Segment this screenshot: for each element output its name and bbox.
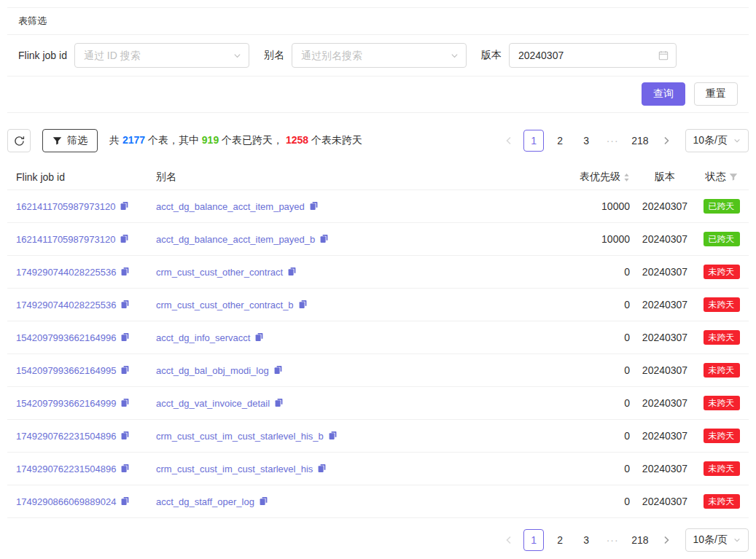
next-page-button[interactable] <box>658 529 675 551</box>
alias-link[interactable]: acct_dg_bal_obj_modi_log <box>156 365 269 376</box>
page-button-1[interactable]: 1 <box>523 529 544 551</box>
flink-job-id-link[interactable]: 1749290866069889024 <box>16 496 116 507</box>
alias-link[interactable]: acct_dg_vat_invoice_detail <box>156 398 270 409</box>
column-filter-funnel-icon[interactable] <box>729 173 738 181</box>
copy-icon[interactable] <box>273 365 283 377</box>
chevron-down-icon <box>733 536 741 544</box>
copy-icon[interactable] <box>309 201 319 213</box>
page-button-2[interactable]: 2 <box>550 130 570 152</box>
copy-icon[interactable] <box>120 201 129 213</box>
priority-value: 0 <box>526 453 636 485</box>
flink-job-id-link[interactable]: 1749290744028225536 <box>16 267 116 278</box>
page-button-2[interactable]: 2 <box>550 529 570 551</box>
priority-value: 0 <box>526 256 636 289</box>
page-ellipsis[interactable]: ··· <box>602 130 623 152</box>
reset-button[interactable]: 重置 <box>694 82 738 106</box>
version-date-input[interactable] <box>517 49 654 62</box>
version-value: 20240307 <box>636 289 694 321</box>
alias-select[interactable] <box>292 43 467 68</box>
bottom-bar: 1 2 3 ··· 218 10条/页 <box>7 518 749 559</box>
alias-link[interactable]: crm_cust_cust_other_contract <box>156 267 283 278</box>
table-row: 1542097993662164999 acct_dg_vat_invoice_… <box>7 387 749 420</box>
version-label: 版本 <box>481 49 502 62</box>
copy-icon[interactable] <box>120 332 130 344</box>
table-row: 1749290866069889024 acct_dg_staff_oper_l… <box>7 485 749 518</box>
next-page-button[interactable] <box>658 130 675 152</box>
flink-job-id-link[interactable]: 1749290762231504896 <box>16 464 116 474</box>
column-header-priority-label: 表优先级 <box>580 171 620 184</box>
copy-icon[interactable] <box>120 234 129 246</box>
column-header-flink-job-id: Flink job id <box>7 165 150 190</box>
status-badge: 已跨天 <box>704 232 740 246</box>
table-toolbar: 筛选 共 2177 个表，其中 919 个表已跨天， 1258 个表未跨天 1 … <box>7 129 749 152</box>
table-body: 1621411705987973120 acct_dg_balance_acct… <box>7 190 749 518</box>
page-button-last[interactable]: 218 <box>628 529 651 551</box>
filter-actions-row: 查询 重置 <box>7 77 749 113</box>
table-row: 1749290762231504896 crm_cust_cust_im_cus… <box>7 420 749 453</box>
page-button-3[interactable]: 3 <box>576 130 596 152</box>
query-button[interactable]: 查询 <box>642 82 685 106</box>
filter-panel-title: 表筛选 <box>7 8 749 35</box>
flink-job-id-label: Flink job id <box>18 50 67 61</box>
alias-link[interactable]: acct_dg_balance_acct_item_payed <box>156 201 305 212</box>
priority-value: 10000 <box>526 190 636 223</box>
copy-icon[interactable] <box>120 431 130 442</box>
alias-link[interactable]: acct_dg_staff_oper_log <box>156 496 254 507</box>
copy-icon[interactable] <box>120 267 130 278</box>
pagination-top: 1 2 3 ··· 218 10条/页 <box>500 129 749 152</box>
copy-icon[interactable] <box>120 398 130 410</box>
refresh-button[interactable] <box>7 129 31 152</box>
prev-page-button[interactable] <box>500 130 518 152</box>
copy-icon[interactable] <box>120 464 130 475</box>
version-value: 20240307 <box>636 256 694 289</box>
flink-job-id-link[interactable]: 1621411705987973120 <box>16 234 115 245</box>
alias-input[interactable] <box>300 49 446 62</box>
summary-part: 个表，其中 <box>145 134 202 146</box>
alias-link[interactable]: acct_dg_balance_acct_item_payed_b <box>156 234 315 245</box>
copy-icon[interactable] <box>120 300 130 311</box>
page-ellipsis[interactable]: ··· <box>602 529 623 551</box>
copy-icon[interactable] <box>120 365 130 377</box>
page-button-3[interactable]: 3 <box>576 529 596 551</box>
flink-job-id-link[interactable]: 1749290744028225536 <box>16 300 116 310</box>
page-button-1[interactable]: 1 <box>523 130 544 152</box>
copy-icon[interactable] <box>287 267 297 278</box>
column-header-priority[interactable]: 表优先级 <box>526 165 636 190</box>
flink-job-id-link[interactable]: 1542097993662164996 <box>16 332 116 343</box>
copy-icon[interactable] <box>254 332 264 344</box>
copy-icon[interactable] <box>120 496 130 508</box>
flink-job-id-link[interactable]: 1621411705987973120 <box>16 201 115 212</box>
flink-job-id-link[interactable]: 1749290762231504896 <box>16 431 116 442</box>
status-badge: 未跨天 <box>704 461 740 476</box>
alias-link[interactable]: crm_cust_cust_im_cust_starlevel_his <box>156 464 313 474</box>
summary-part: 个表未跨天 <box>308 134 362 146</box>
flink-job-id-link[interactable]: 1542097993662164995 <box>16 365 116 376</box>
alias-link[interactable]: crm_cust_cust_other_contract_b <box>156 300 294 310</box>
sort-icon[interactable] <box>623 173 630 182</box>
prev-page-button[interactable] <box>500 529 518 551</box>
version-date-picker[interactable] <box>509 43 677 68</box>
copy-icon[interactable] <box>317 464 327 475</box>
copy-icon[interactable] <box>274 398 284 410</box>
filter-button[interactable]: 筛选 <box>42 129 98 152</box>
copy-icon[interactable] <box>328 431 338 442</box>
page-size-select[interactable]: 10条/页 <box>685 528 749 552</box>
page-button-last[interactable]: 218 <box>628 130 651 152</box>
flink-job-id-link[interactable]: 1542097993662164999 <box>16 398 116 409</box>
page-size-select[interactable]: 10条/页 <box>685 129 749 152</box>
flink-job-id-input[interactable] <box>82 49 229 62</box>
table-row: 1749290744028225536 crm_cust_cust_other_… <box>7 256 749 289</box>
summary-total-count: 2177 <box>122 134 145 146</box>
flink-job-id-select[interactable] <box>74 43 249 68</box>
alias-label: 别名 <box>264 49 284 62</box>
priority-value: 10000 <box>526 223 636 256</box>
copy-icon[interactable] <box>319 234 329 246</box>
copy-icon[interactable] <box>298 300 308 311</box>
version-value: 20240307 <box>636 420 694 453</box>
table-row: 1621411705987973120 acct_dg_balance_acct… <box>7 223 749 256</box>
priority-value: 0 <box>526 321 636 354</box>
alias-link[interactable]: acct_dg_info_servacct <box>156 332 250 343</box>
column-header-status[interactable]: 状态 <box>694 165 749 190</box>
copy-icon[interactable] <box>259 496 268 508</box>
alias-link[interactable]: crm_cust_cust_im_cust_starlevel_his_b <box>156 431 324 442</box>
